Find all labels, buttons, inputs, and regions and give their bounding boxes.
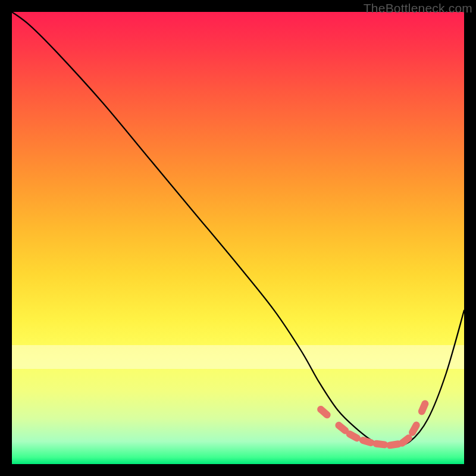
chart-container: TheBottleneck.com: [0, 0, 476, 476]
plot-gradient-background: [12, 12, 464, 464]
watermark-text: TheBottleneck.com: [364, 1, 472, 15]
